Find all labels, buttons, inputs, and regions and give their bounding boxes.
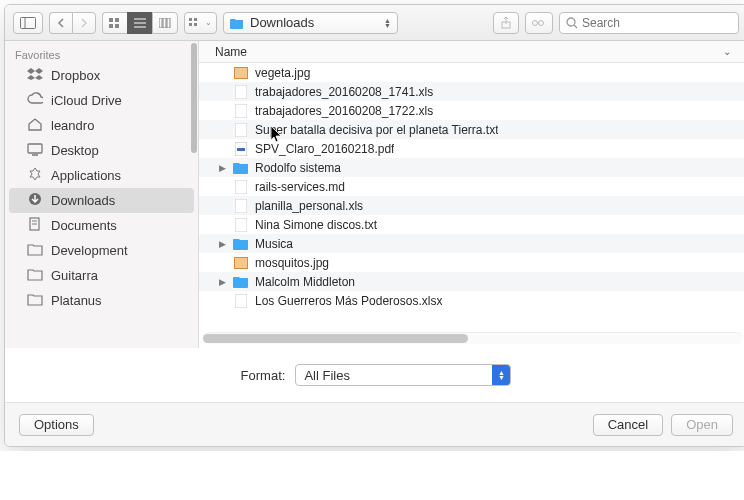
- documents-icon: [27, 217, 43, 234]
- svg-line-20: [574, 25, 577, 28]
- sidebar-scrollbar[interactable]: [191, 43, 197, 153]
- list-view-button[interactable]: [127, 12, 152, 34]
- open-button[interactable]: Open: [671, 414, 733, 436]
- file-row[interactable]: Nina Simone discos.txt: [199, 215, 744, 234]
- svg-rect-2: [109, 18, 113, 22]
- img-icon: [233, 256, 249, 270]
- cloud-icon: [27, 92, 43, 109]
- search-field[interactable]: [559, 12, 739, 34]
- doc-icon: [233, 294, 249, 308]
- format-label: Format:: [241, 368, 286, 383]
- svg-point-19: [567, 18, 575, 26]
- sidebar-item-platanus[interactable]: Platanus: [9, 288, 194, 313]
- sidebar-item-documents[interactable]: Documents: [9, 213, 194, 238]
- sidebar-item-leandro[interactable]: leandro: [9, 113, 194, 138]
- sidebar-item-dropbox[interactable]: Dropbox: [9, 63, 194, 88]
- pdf-icon: [233, 142, 249, 156]
- doc-icon: [233, 218, 249, 232]
- path-label: Downloads: [250, 15, 314, 30]
- back-button[interactable]: [49, 12, 72, 34]
- sidebar-item-development[interactable]: Development: [9, 238, 194, 263]
- file-row[interactable]: planilla_personal.xls: [199, 196, 744, 215]
- forward-button[interactable]: [72, 12, 96, 34]
- cancel-button[interactable]: Cancel: [593, 414, 663, 436]
- file-row[interactable]: ▶Musica: [199, 234, 744, 253]
- scrollbar-thumb[interactable]: [203, 334, 468, 343]
- svg-rect-3: [115, 18, 119, 22]
- options-button[interactable]: Options: [19, 414, 94, 436]
- apps-icon: [27, 167, 43, 184]
- path-popup[interactable]: Downloads ▲▼: [223, 12, 398, 34]
- file-name: planilla_personal.xls: [255, 199, 363, 213]
- svg-rect-5: [115, 24, 119, 28]
- file-row[interactable]: mosquitos.jpg: [199, 253, 744, 272]
- svg-rect-10: [163, 18, 166, 28]
- sidebar-item-label: Documents: [51, 218, 117, 233]
- tags-button[interactable]: [525, 12, 553, 34]
- file-row[interactable]: vegeta.jpg: [199, 63, 744, 82]
- doc-icon: [233, 104, 249, 118]
- chevron-down-icon: ⌄: [723, 46, 731, 57]
- folder-icon: [233, 237, 249, 251]
- horizontal-scrollbar[interactable]: [203, 332, 743, 344]
- file-name: Los Guerreros Más Poderosos.xlsx: [255, 294, 442, 308]
- file-row[interactable]: Super batalla decisiva por el planeta Ti…: [199, 120, 744, 139]
- group-button[interactable]: ⌄: [184, 12, 217, 34]
- file-area: Name ⌄ vegeta.jpgtrabajadores_20160208_1…: [199, 41, 744, 348]
- column-view-button[interactable]: [152, 12, 178, 34]
- file-row[interactable]: trabajadores_20160208_1741.xls: [199, 82, 744, 101]
- home-icon: [27, 117, 43, 134]
- file-name: mosquitos.jpg: [255, 256, 329, 270]
- sidebar-item-label: Applications: [51, 168, 121, 183]
- sidebar-item-icloud-drive[interactable]: iCloud Drive: [9, 88, 194, 113]
- svg-rect-36: [235, 218, 247, 232]
- file-list[interactable]: vegeta.jpgtrabajadores_20160208_1741.xls…: [199, 63, 744, 332]
- format-bar: Format: All Files ▲▼: [5, 348, 744, 402]
- sidebar-item-label: Development: [51, 243, 128, 258]
- svg-rect-11: [167, 18, 170, 28]
- svg-point-18: [539, 20, 544, 25]
- file-name: Rodolfo sistema: [255, 161, 341, 175]
- view-mode-buttons: [102, 12, 178, 34]
- format-select[interactable]: All Files ▲▼: [295, 364, 511, 386]
- open-dialog: ⌄ Downloads ▲▼ Favorites DropboxiCloud D…: [4, 4, 744, 447]
- sidebar: Favorites DropboxiCloud DriveleandroDesk…: [5, 41, 199, 348]
- disclosure-triangle[interactable]: ▶: [217, 163, 227, 173]
- svg-rect-30: [235, 104, 247, 118]
- footer: Options Cancel Open: [5, 402, 744, 446]
- file-row[interactable]: ▶Malcolm Middleton: [199, 272, 744, 291]
- svg-rect-35: [235, 199, 247, 213]
- folder-icon: [233, 275, 249, 289]
- sidebar-item-downloads[interactable]: Downloads: [9, 188, 194, 213]
- svg-point-17: [533, 20, 538, 25]
- file-name: Nina Simone discos.txt: [255, 218, 377, 232]
- sidebar-toggle-button[interactable]: [13, 12, 43, 34]
- svg-rect-13: [194, 18, 197, 21]
- file-row[interactable]: Los Guerreros Más Poderosos.xlsx: [199, 291, 744, 310]
- sidebar-item-label: Platanus: [51, 293, 102, 308]
- file-row[interactable]: ▶Rodolfo sistema: [199, 158, 744, 177]
- search-input[interactable]: [582, 16, 732, 30]
- sidebar-item-guitarra[interactable]: Guitarra: [9, 263, 194, 288]
- sidebar-item-desktop[interactable]: Desktop: [9, 138, 194, 163]
- search-icon: [566, 17, 578, 29]
- desktop-icon: [27, 142, 43, 159]
- doc-icon: [233, 123, 249, 137]
- sidebar-item-applications[interactable]: Applications: [9, 163, 194, 188]
- file-row[interactable]: trabajadores_20160208_1722.xls: [199, 101, 744, 120]
- doc-icon: [233, 85, 249, 99]
- svg-rect-31: [235, 123, 247, 137]
- folder-icon: [233, 161, 249, 175]
- svg-rect-4: [109, 24, 113, 28]
- disclosure-triangle[interactable]: ▶: [217, 277, 227, 287]
- file-row[interactable]: SPV_Claro_20160218.pdf: [199, 139, 744, 158]
- file-row[interactable]: rails-services.md: [199, 177, 744, 196]
- icon-view-button[interactable]: [102, 12, 127, 34]
- column-header[interactable]: Name ⌄: [199, 41, 744, 63]
- folder-icon: [230, 17, 244, 29]
- svg-rect-21: [28, 144, 42, 153]
- svg-rect-0: [21, 17, 36, 28]
- share-button[interactable]: [493, 12, 519, 34]
- disclosure-triangle[interactable]: ▶: [217, 239, 227, 249]
- svg-rect-29: [235, 85, 247, 99]
